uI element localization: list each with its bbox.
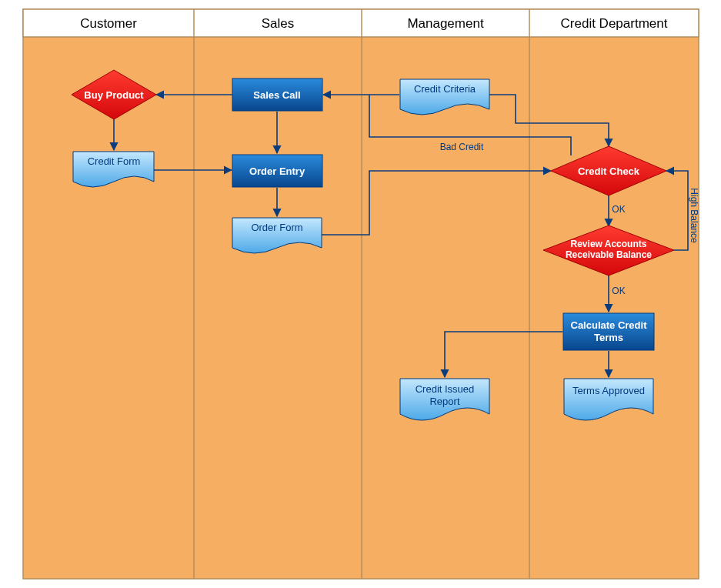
edge-label-ok-2: OK [612,286,625,296]
terms-approved-label: Terms Approved [572,385,645,396]
calc-credit-label-2: Terms [594,332,623,343]
order-form-label: Order Form [251,222,302,233]
credit-issued-label-1: Credit Issued [416,383,475,395]
credit-issued-label-2: Report [429,396,459,407]
process-calculate-credit-terms: Calculate Credit Terms [563,313,654,350]
lane-header-credit: Credit Department [561,16,668,31]
edge-label-bad-credit: Bad Credit [440,142,484,152]
edge-label-high-balance: High Balance [689,188,699,243]
lane-header-management: Management [407,16,484,31]
credit-form-label: Credit Form [88,155,141,167]
buy-product-label: Buy Product [84,89,144,101]
order-entry-label: Order Entry [249,165,305,177]
credit-criteria-label: Credit Criteria [414,83,476,95]
lane-header-customer: Customer [80,16,137,31]
edge-label-ok-1: OK [612,204,625,215]
calc-credit-label-1: Calculate Credit [571,319,648,331]
review-accounts-label-1: Review Accounts [571,239,647,249]
swimlane-flowchart: Customer Sales Management Credit Departm… [0,0,721,588]
process-sales-call: Sales Call [232,79,322,111]
lane-header-sales: Sales [262,16,295,31]
credit-check-label: Credit Check [578,165,640,177]
review-accounts-label-2: Receivable Balance [566,249,652,260]
process-order-entry: Order Entry [232,155,322,187]
sales-call-label: Sales Call [253,89,300,101]
